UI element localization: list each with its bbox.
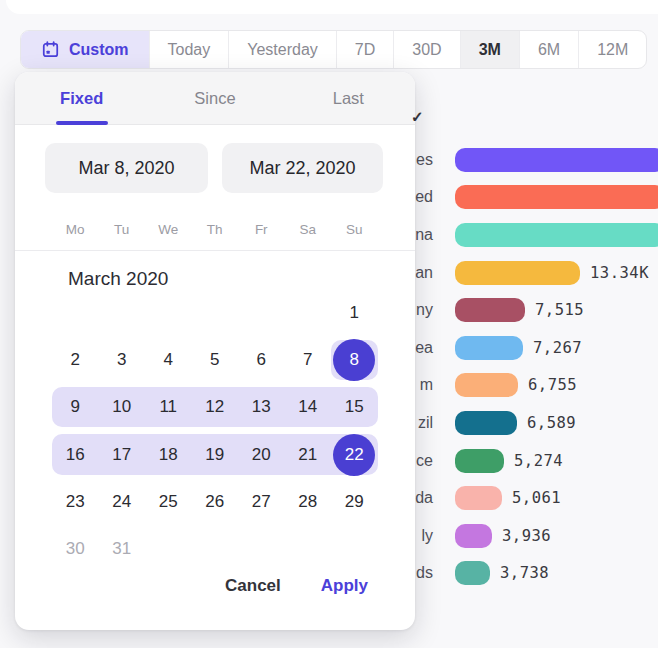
day-number: 24 [112, 492, 131, 512]
calendar-day[interactable]: 30 [52, 525, 99, 572]
calendar-day[interactable]: 1 [331, 289, 378, 336]
preset-button-7d[interactable]: 7D [337, 31, 394, 68]
calendar-day[interactable]: 15 [331, 384, 378, 431]
day-number: 28 [298, 492, 317, 512]
preset-button-3m[interactable]: 3M [461, 31, 520, 68]
custom-range-button[interactable]: Custom [21, 31, 150, 68]
calendar-day-empty [145, 289, 192, 336]
day-number: 4 [164, 350, 173, 370]
calendar-day[interactable]: 4 [145, 336, 192, 383]
apply-button[interactable]: Apply [321, 576, 368, 596]
calendar-day[interactable]: 9 [52, 384, 99, 431]
calendar-day[interactable]: 24 [99, 478, 146, 525]
calendar-day-empty [285, 289, 332, 336]
calendar-day[interactable]: 5 [192, 336, 239, 383]
chart-row[interactable]: ny7,515 [398, 291, 658, 329]
preset-button-30d[interactable]: 30D [394, 31, 460, 68]
calendar-day[interactable]: 21 [285, 431, 332, 478]
custom-range-label: Custom [69, 41, 129, 59]
calendar-day[interactable]: 2 [52, 336, 99, 383]
datepicker-popup: FixedSinceLast Mar 8, 2020 Mar 22, 2020 … [15, 72, 415, 630]
calendar-day[interactable]: 7 [285, 336, 332, 383]
country-value: 3,738 [500, 564, 549, 582]
calendar-day[interactable]: 26 [192, 478, 239, 525]
chart-row[interactable]: m6,755 [398, 367, 658, 405]
chart-row[interactable]: zil6,589 [398, 404, 658, 442]
tab-label: Fixed [60, 89, 103, 108]
day-number: 2 [71, 350, 80, 370]
datepicker-tabs: FixedSinceLast [15, 72, 415, 125]
calendar-day-empty [285, 525, 332, 572]
chart-row[interactable]: ds3,738 [398, 555, 658, 593]
chart-row[interactable]: ed [398, 179, 658, 217]
cancel-button[interactable]: Cancel [225, 576, 281, 596]
tab-fixed[interactable]: Fixed [15, 72, 148, 124]
tab-label: Last [333, 89, 364, 108]
top-card-edge [6, 0, 658, 14]
weekday-label: Su [331, 222, 378, 250]
country-value: 6,755 [528, 376, 577, 394]
country-bar [455, 223, 658, 247]
chart-row[interactable]: an13.34K [398, 254, 658, 292]
calendar-day[interactable]: 17 [99, 431, 146, 478]
calendar-day[interactable]: 10 [99, 384, 146, 431]
date-from-input[interactable]: Mar 8, 2020 [45, 143, 208, 193]
preset-button-6m[interactable]: 6M [520, 31, 579, 68]
calendar-day[interactable]: 25 [145, 478, 192, 525]
country-bar [455, 298, 525, 322]
country-value: 6,589 [527, 414, 576, 432]
chart-row[interactable]: ly3,936 [398, 517, 658, 555]
country-bar [455, 524, 492, 548]
tab-last[interactable]: Last [282, 72, 415, 124]
tab-since[interactable]: Since [148, 72, 281, 124]
country-bar [455, 336, 523, 360]
day-number: 17 [112, 445, 131, 465]
day-number: 5 [210, 350, 219, 370]
calendar-day[interactable]: 14 [285, 384, 332, 431]
calendar-day-empty [238, 289, 285, 336]
calendar-week-row: 16171819202122 [52, 431, 378, 478]
calendar-day[interactable]: 16 [52, 431, 99, 478]
day-number: 31 [112, 539, 131, 559]
day-number: 25 [159, 492, 178, 512]
calendar-day[interactable]: 31 [99, 525, 146, 572]
day-number: 15 [345, 397, 364, 417]
calendar-day[interactable]: 3 [99, 336, 146, 383]
calendar-day[interactable]: 12 [192, 384, 239, 431]
calendar-day[interactable]: 19 [192, 431, 239, 478]
weekday-label: Tu [99, 222, 146, 250]
weekday-label: Fr [238, 222, 285, 250]
calendar-day[interactable]: 27 [238, 478, 285, 525]
day-number: 11 [159, 397, 177, 417]
calendar-day[interactable]: 6 [238, 336, 285, 383]
calendar-day[interactable]: 28 [285, 478, 332, 525]
chart-row[interactable]: na [398, 216, 658, 254]
chart-row[interactable]: ce5,274 [398, 442, 658, 480]
day-number: 8 [350, 350, 359, 370]
day-number: 27 [252, 492, 271, 512]
calendar-day[interactable]: 18 [145, 431, 192, 478]
date-to-input[interactable]: Mar 22, 2020 [222, 143, 383, 193]
weekday-label: Sa [285, 222, 332, 250]
preset-button-yesterday[interactable]: Yesterday [229, 31, 337, 68]
preset-button-12m[interactable]: 12M [579, 31, 646, 68]
chart-row[interactable]: es [398, 141, 658, 179]
calendar-day-empty [192, 525, 239, 572]
calendar-day[interactable]: 13 [238, 384, 285, 431]
calendar-day[interactable]: 22 [331, 431, 378, 478]
day-number: 6 [257, 350, 266, 370]
calendar-day[interactable]: 23 [52, 478, 99, 525]
calendar-day[interactable]: 8 [331, 336, 378, 383]
calendar-day[interactable]: 29 [331, 478, 378, 525]
chart-row[interactable]: ea7,267 [398, 329, 658, 367]
calendar-day[interactable]: 11 [145, 384, 192, 431]
chart-row[interactable]: da5,061 [398, 479, 658, 517]
day-number: 16 [66, 445, 85, 465]
day-number: 12 [205, 397, 224, 417]
weekday-label: We [145, 222, 192, 250]
calendar-day[interactable]: 20 [238, 431, 285, 478]
calendar-week-row: 23242526272829 [52, 478, 378, 525]
calendar-day-empty [52, 289, 99, 336]
day-number: 13 [252, 397, 271, 417]
preset-button-today[interactable]: Today [150, 31, 230, 68]
